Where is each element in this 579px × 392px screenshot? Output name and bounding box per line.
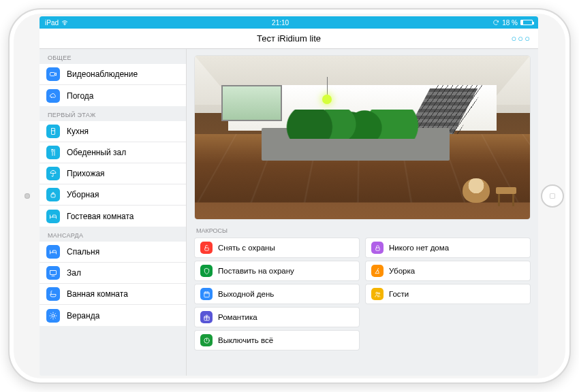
svg-point-7 [52, 314, 54, 317]
sidebar-item-label: Уборная [67, 190, 99, 199]
macro-label: Уборка [389, 267, 415, 275]
tablet-frame: iPad 21:10 18 % Тест iRidium lite ○○○ ОБ… [8, 8, 571, 384]
main-panel[interactable]: МАКРОСЫ Снять с охраныПоставить на охран… [187, 49, 538, 376]
battery-label: 18 % [502, 19, 518, 27]
sidebar[interactable]: ОБЩЕЕВидеонаблюдениеПогодаПЕРВЫЙ ЭТАЖКух… [40, 49, 187, 376]
macro-item[interactable]: Романтика [195, 308, 359, 327]
sidebar-item[interactable]: Спальня [40, 242, 186, 263]
people-icon [371, 288, 384, 300]
sidebar-item[interactable]: Веранда [40, 305, 186, 326]
svg-point-18 [375, 292, 377, 294]
sidebar-item-label: Зал [67, 268, 81, 278]
navbar: Тест iRidium lite ○○○ [40, 29, 538, 49]
lock-icon [371, 242, 384, 254]
macro-label: Выключить всё [218, 336, 273, 344]
svg-rect-5 [50, 271, 57, 275]
svg-rect-4 [51, 194, 55, 197]
sidebar-item-label: Гостевая комната [67, 212, 134, 221]
calendar-icon [200, 288, 213, 300]
status-bar: iPad 21:10 18 % [40, 16, 538, 29]
device-label: iPad [45, 19, 59, 27]
camera-icon [46, 67, 60, 81]
bath-icon [46, 287, 60, 301]
wifi-icon [61, 20, 68, 25]
power-icon [200, 334, 213, 346]
macro-item[interactable]: Выходной день [195, 284, 359, 304]
svg-rect-17 [375, 248, 379, 250]
macro-item[interactable]: Гости [366, 284, 530, 304]
section-header: МАНСАРДА [40, 227, 186, 242]
sidebar-item[interactable]: Ванная комната [40, 284, 186, 305]
tv-icon [46, 266, 60, 280]
fork-icon [46, 146, 60, 159]
svg-rect-8 [204, 248, 208, 250]
macro-label: Романтика [218, 313, 257, 321]
macro-item[interactable]: Поставить на охрану [195, 261, 359, 280]
macro-item[interactable]: Уборка [366, 261, 530, 280]
battery-icon [520, 20, 533, 25]
room-image [195, 56, 530, 219]
cloud-icon [46, 89, 60, 103]
gift-icon [200, 311, 213, 323]
macro-label: Никого нет дома [389, 244, 449, 252]
screen: iPad 21:10 18 % Тест iRidium lite ○○○ ОБ… [40, 16, 538, 376]
broom-icon [371, 265, 384, 277]
svg-rect-2 [52, 129, 55, 135]
sidebar-item-label: Ванная комната [67, 289, 128, 299]
section-header: ОБЩЕЕ [40, 49, 186, 64]
bed-icon [46, 210, 60, 223]
soap-icon [46, 188, 60, 201]
bed-icon [46, 245, 60, 259]
sidebar-item-label: Спальня [67, 247, 99, 257]
svg-rect-1 [50, 73, 55, 76]
sidebar-item[interactable]: Уборная [40, 184, 186, 206]
sidebar-item[interactable]: Прихожая [40, 163, 186, 184]
macro-label: Снять с охраны [218, 244, 275, 252]
svg-rect-9 [204, 292, 208, 297]
sidebar-item-label: Прихожая [67, 169, 105, 178]
sidebar-item[interactable]: Зал [40, 263, 186, 284]
clock: 21:10 [68, 19, 492, 27]
page-title: Тест iRidium lite [257, 33, 321, 44]
svg-rect-0 [550, 194, 555, 199]
sidebar-item-label: Кухня [67, 127, 89, 136]
refresh-icon [492, 19, 499, 26]
more-button[interactable]: ○○○ [511, 33, 531, 44]
svg-point-19 [378, 293, 379, 294]
macros-header: МАКРОСЫ [195, 219, 530, 238]
macro-label: Выходной день [218, 290, 274, 298]
camera-dot [25, 193, 30, 199]
sun-icon [46, 309, 60, 323]
content: ОБЩЕЕВидеонаблюдениеПогодаПЕРВЫЙ ЭТАЖКух… [40, 49, 538, 376]
sidebar-item[interactable]: Кухня [40, 121, 186, 142]
sidebar-item[interactable]: Обеденный зал [40, 142, 186, 163]
sidebar-item-label: Погода [67, 91, 94, 101]
shield-icon [200, 265, 213, 277]
umbrella-icon [46, 167, 60, 180]
sidebar-item[interactable]: Гостевая комната [40, 206, 186, 227]
sidebar-item[interactable]: Погода [40, 85, 186, 106]
fridge-icon [46, 125, 60, 138]
macro-item[interactable]: Выключить всё [195, 331, 359, 350]
sidebar-item-label: Видеонаблюдение [67, 69, 138, 79]
section-header: ПЕРВЫЙ ЭТАЖ [40, 106, 186, 121]
home-button[interactable] [541, 184, 564, 208]
macro-label: Гости [389, 290, 409, 298]
sidebar-item-label: Обеденный зал [67, 148, 126, 157]
macro-label: Поставить на охрану [218, 267, 294, 275]
sidebar-item[interactable]: Видеонаблюдение [40, 64, 186, 85]
macro-item[interactable]: Никого нет дома [366, 238, 530, 257]
lock-open-icon [200, 242, 213, 254]
macros-grid: Снять с охраныПоставить на охрануВыходно… [195, 238, 530, 350]
macro-item[interactable]: Снять с охраны [195, 238, 359, 257]
sidebar-item-label: Веранда [67, 311, 99, 321]
